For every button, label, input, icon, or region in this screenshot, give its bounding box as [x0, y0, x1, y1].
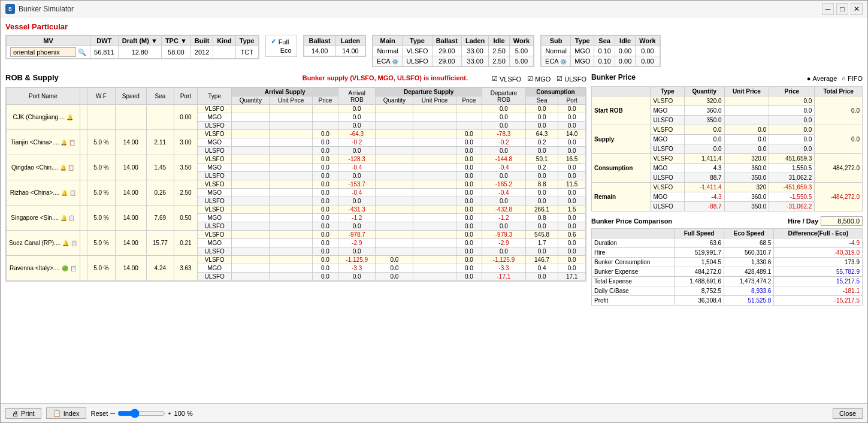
- bpc-diff: -4.9: [774, 238, 863, 248]
- wf: 5.0 %: [87, 256, 115, 281]
- index-button[interactable]: 📋 Index: [46, 407, 86, 419]
- zoom-plus-icon[interactable]: +: [168, 410, 171, 417]
- dep-price: 0.0: [456, 273, 482, 281]
- dep-rob: 0.0: [482, 122, 526, 130]
- port: 3.50: [174, 155, 197, 180]
- mv-input[interactable]: [10, 47, 76, 57]
- vessel-section: MV DWT Draft (M) ▼ TPC ▼ Built Kind Type: [5, 35, 863, 67]
- bp-total: 0.0: [815, 125, 863, 154]
- dep-price: 0.0: [456, 189, 482, 197]
- bpc-eco-header: Eco Speed: [724, 229, 774, 238]
- bp-qty: 360.0: [685, 106, 724, 116]
- cons-port: 0.0: [558, 189, 586, 197]
- rob-supply-table: Port Name W.F Speed Sea Port Type Arriva…: [6, 87, 586, 281]
- sub-normal-work: 0.00: [636, 46, 660, 56]
- cons-port: 0.0: [558, 105, 586, 113]
- bunker-price-comparison-section: Bunker Price Comparison Hire / Day Full …: [591, 216, 863, 306]
- close-button[interactable]: ✕: [851, 3, 863, 15]
- arr-rob: -1,125.9: [338, 256, 376, 264]
- cons-port: 1.5: [558, 206, 586, 214]
- zoom-slider[interactable]: [117, 409, 165, 418]
- arrival-rob-header: ArrivalROB: [338, 88, 376, 105]
- arr-qty: [232, 180, 270, 189]
- arr-qty: [232, 130, 270, 138]
- arr-up: [270, 256, 312, 264]
- hire-day-input[interactable]: [821, 216, 863, 226]
- mgo-checkbox[interactable]: ☑ MGO: [527, 75, 551, 83]
- search-icon[interactable]: 🔍: [78, 49, 86, 56]
- dep-price-header: Price: [456, 96, 482, 105]
- wf: 5.0 %: [87, 206, 115, 231]
- arr-qty: [232, 206, 270, 214]
- dep-rob: -0.4: [482, 164, 526, 172]
- cons-port: 0.0: [558, 122, 586, 130]
- cons-port: 0.0: [558, 164, 586, 172]
- eco-mode-btn[interactable]: Eco: [271, 47, 292, 54]
- bp-qty: 350.0: [685, 116, 724, 125]
- title-bar: B Bunker Simulator ─ □ ✕: [1, 1, 867, 17]
- bpc-daily-row: Daily C/Base 8,752.5 8,933.6 -181.1: [592, 286, 863, 296]
- zoom-minus-icon[interactable]: ─: [110, 410, 115, 417]
- cons-sea: 0.0: [525, 189, 558, 197]
- ulsfo-checkbox[interactable]: ☑ ULSFO: [557, 75, 586, 83]
- print-button[interactable]: 🖨 Print: [5, 408, 41, 419]
- bpc-eco: 560,310.7: [724, 248, 774, 258]
- cons-port: 16.5: [558, 155, 586, 164]
- main-normal-type: VLSFO: [403, 46, 433, 56]
- print-label: Print: [21, 410, 35, 417]
- dep-price: 0.0: [456, 138, 482, 147]
- type: MGO: [197, 214, 232, 222]
- cons-sea: 0.8: [525, 214, 558, 222]
- bp-type: MGO: [651, 164, 685, 173]
- cons-port: 0.0: [558, 113, 586, 122]
- arr-price: 0.0: [312, 247, 338, 256]
- bpc-full: 1,504.5: [674, 258, 724, 267]
- bunker-price-section: Bunker Price ● Average ○ FIFO: [591, 73, 863, 212]
- fifo-radio[interactable]: ○ FIFO: [842, 75, 863, 82]
- cons-sea: 0.0: [525, 105, 558, 113]
- average-radio[interactable]: ● Average: [807, 75, 837, 82]
- bp-price: 0.0: [769, 135, 815, 144]
- speed-col-header: Speed: [115, 88, 146, 105]
- dep-qty: [376, 180, 413, 189]
- type: ULSFO: [197, 147, 232, 155]
- sea-col-header: Sea: [146, 88, 174, 105]
- bp-up: [724, 106, 769, 116]
- radio-group: ● Average ○ FIFO: [807, 75, 863, 82]
- dep-rob: -78.3: [482, 130, 526, 138]
- arr-price: 0.0: [312, 164, 338, 172]
- bpc-total-exp-row: Total Expense 1,488,691.6 1,473,474.2 15…: [592, 277, 863, 286]
- dep-up: [413, 113, 456, 122]
- minimize-button[interactable]: ─: [822, 3, 834, 15]
- cons-sea: 0.0: [525, 222, 558, 231]
- cons-port: 0.0: [558, 256, 586, 264]
- dep-up: [413, 147, 456, 155]
- vlsfo-checkbox[interactable]: ☑ VLSFO: [492, 75, 521, 83]
- remain-label: Remain: [592, 183, 651, 212]
- footer: 🖨 Print 📋 Index Reset ─ + 100 % Close: [1, 403, 867, 422]
- full-mode-btn[interactable]: ✓ Full: [271, 38, 292, 46]
- port: 0.21: [174, 231, 197, 256]
- arr-up: [270, 180, 312, 189]
- maximize-button[interactable]: □: [836, 3, 848, 15]
- type: MGO: [197, 189, 232, 197]
- dep-up: [413, 164, 456, 172]
- arr-price: 0.0: [312, 147, 338, 155]
- arr-up: [270, 147, 312, 155]
- arr-up: [270, 222, 312, 231]
- main-ballast-header: Ballast: [432, 36, 461, 46]
- arr-rob: 0.0: [338, 122, 376, 130]
- arr-qty: [232, 155, 270, 164]
- bp-price-header: Price: [769, 87, 815, 96]
- sea: 7.69: [146, 206, 174, 231]
- bp-price: 1,550.5: [769, 164, 815, 173]
- hire-day-label: Hire / Day: [788, 217, 818, 225]
- bp-type: VLSFO: [651, 183, 685, 192]
- arr-up: [270, 105, 312, 113]
- bp-up: [724, 116, 769, 125]
- port-name: CJK (Changjiang.... 🔔: [7, 105, 80, 130]
- sub-type-header: Type: [571, 36, 594, 46]
- main-normal-work: 5.00: [509, 46, 533, 56]
- close-button[interactable]: Close: [833, 408, 863, 419]
- sub-speeds-table: Sub Type Sea Idle Work Normal MGO 0.10 0: [540, 35, 661, 67]
